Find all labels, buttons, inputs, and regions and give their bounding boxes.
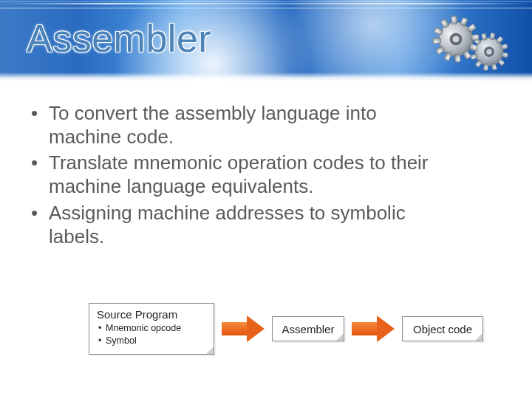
- arrow-right-icon: [352, 316, 395, 342]
- page-curl-icon: [336, 333, 344, 341]
- object-code-box: Object code: [402, 316, 483, 341]
- bullet-list: To convert the assembly language into ma…: [27, 102, 443, 248]
- source-box-item: Symbol: [98, 335, 206, 347]
- flow-diagram: Source Program Mnemonic opcode Symbol As…: [89, 296, 502, 362]
- assembler-box-label: Assembler: [282, 323, 335, 335]
- source-box-title: Source Program: [97, 308, 206, 321]
- source-box-item: Mnemonic opcode: [98, 322, 206, 335]
- object-code-box-label: Object code: [413, 323, 472, 335]
- assembler-box: Assembler: [272, 316, 344, 341]
- bullet-item: Translate mnemonic operation codes to th…: [27, 151, 443, 198]
- gears-icon: [415, 6, 526, 80]
- arrow-right-icon: [222, 316, 265, 342]
- slide-title: Assembler: [27, 16, 211, 61]
- page-curl-icon: [475, 333, 482, 341]
- slide: Assembler To convert the assembly langua…: [0, 0, 532, 399]
- bullet-item: Assigning machine addresses to symbolic …: [27, 202, 443, 248]
- body-content: To convert the assembly language into ma…: [27, 102, 443, 251]
- page-curl-icon: [206, 347, 214, 354]
- source-program-box: Source Program Mnemonic opcode Symbol: [89, 303, 214, 355]
- bullet-item: To convert the assembly language into ma…: [27, 102, 443, 149]
